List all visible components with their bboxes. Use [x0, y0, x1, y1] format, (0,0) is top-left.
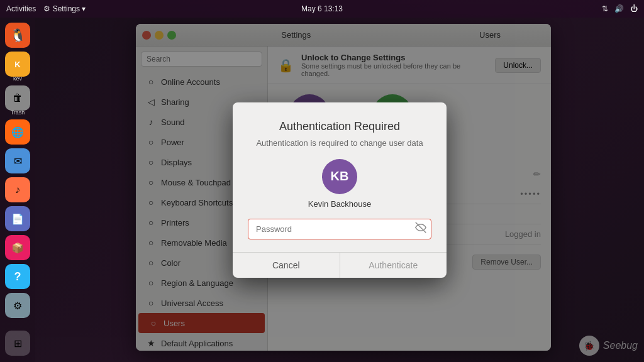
topbar: Activities ⚙ Settings ▾ May 6 13:13 ⇅ 🔊 …: [0, 0, 644, 18]
desktop: Activities ⚙ Settings ▾ May 6 13:13 ⇅ 🔊 …: [0, 0, 644, 362]
auth-password-wrap: [248, 219, 431, 239]
dock-software[interactable]: 📦: [5, 235, 30, 260]
settings-menu[interactable]: ⚙ Settings ▾: [43, 4, 86, 13]
modal-overlay: Authentication Required Authentication i…: [35, 18, 644, 362]
auth-username: Kevin Backhouse: [308, 199, 371, 209]
toggle-password-button[interactable]: [415, 222, 426, 236]
auth-title: Authentication Required: [279, 120, 400, 133]
auth-dialog: Authentication Required Authentication i…: [233, 102, 447, 278]
topbar-left: Activities ⚙ Settings ▾: [6, 4, 86, 13]
dock-settings[interactable]: ⚙: [5, 293, 30, 318]
dock-bottom: ⊞: [5, 331, 30, 356]
volume-icon[interactable]: 🔊: [614, 4, 624, 13]
dock-grid[interactable]: ⊞: [5, 331, 30, 356]
auth-body: Authentication Required Authentication i…: [233, 102, 447, 252]
dock-firefox[interactable]: 🌐: [5, 119, 30, 145]
dock-files[interactable]: K: [5, 52, 30, 77]
auth-password-input[interactable]: [248, 219, 431, 239]
network-icon[interactable]: ⇅: [602, 4, 608, 13]
topbar-right: ⇅ 🔊 ⏻: [602, 4, 638, 13]
dock: 🐧 K kev 🗑 Trash 🌐 ✉ ♪ 📄 📦 ? ⚙ ⊞: [0, 18, 35, 362]
dock-trash[interactable]: 🗑: [5, 85, 30, 111]
auth-buttons: Cancel Authenticate: [233, 252, 447, 278]
authenticate-button[interactable]: Authenticate: [340, 253, 447, 278]
main-area: Settings Users ○ Online Accounts ◁: [35, 18, 644, 362]
dock-text[interactable]: 📄: [5, 206, 30, 231]
activities-label[interactable]: Activities: [6, 4, 36, 13]
dock-email[interactable]: ✉: [5, 148, 30, 173]
power-icon[interactable]: ⏻: [630, 4, 638, 13]
auth-avatar: KB: [322, 159, 357, 194]
auth-subtitle: Authentication is required to change use…: [256, 138, 423, 148]
dock-help[interactable]: ?: [5, 264, 30, 289]
dock-ubuntu[interactable]: 🐧: [5, 23, 30, 48]
topbar-datetime: May 6 13:13: [301, 4, 343, 13]
dock-music[interactable]: ♪: [5, 177, 30, 202]
cancel-button[interactable]: Cancel: [233, 253, 340, 278]
